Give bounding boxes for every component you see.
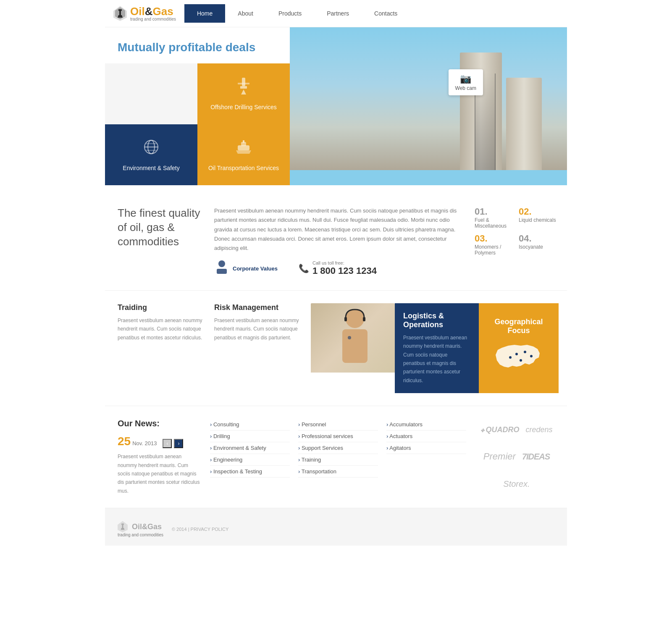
- news-link-drilling[interactable]: Drilling: [210, 430, 290, 442]
- news-link-actuators[interactable]: Actuators: [386, 430, 466, 442]
- news-link-agitators[interactable]: Agitators: [386, 442, 466, 454]
- service-card-offshore-label: Offshore Drilling Services: [210, 103, 277, 112]
- news-link-accumulators[interactable]: Accumulators: [386, 419, 466, 430]
- svg-point-28: [509, 356, 512, 359]
- svg-point-25: [515, 353, 518, 355]
- logo: Oil&Gas trading and commodities: [113, 6, 176, 21]
- globe-icon: [142, 138, 160, 160]
- footer-logo: Oil&Gas trading and commodities: [118, 521, 163, 537]
- svg-marker-16: [236, 150, 251, 154]
- drill-icon: [234, 77, 253, 99]
- news-link-inspection[interactable]: Inspection & Testing: [210, 466, 290, 478]
- brand-premier: Premier: [483, 451, 516, 462]
- num-01-label: Fuel & Miscellaneous: [475, 217, 514, 229]
- news-month: Nov. 2013: [132, 440, 157, 446]
- footer-logo-text: Oil&Gas: [132, 522, 162, 531]
- num-01: 01.: [475, 206, 514, 217]
- quality-description: Praesent vestibulum aenean noummy hendre…: [214, 206, 462, 252]
- svg-rect-2: [118, 9, 122, 11]
- logo-text-area: Oil&Gas trading and commodities: [130, 6, 176, 21]
- news-link-consulting[interactable]: Consulting: [210, 419, 290, 430]
- news-title: Our News:: [118, 419, 202, 428]
- service-card-transport-label: Oil Transportation Services: [208, 164, 279, 173]
- svg-rect-6: [240, 86, 247, 89]
- footer-logo-icon: [118, 521, 128, 533]
- num-03: 03.: [475, 233, 514, 244]
- num-03-label: Monomers / Polymers: [475, 244, 514, 256]
- trading-text: Praesent vestibulum aenean noummy hendre…: [118, 316, 206, 342]
- service-person-image: [311, 303, 395, 393]
- quality-num-3: 03. Monomers / Polymers: [475, 233, 514, 256]
- svg-point-29: [520, 359, 522, 362]
- svg-point-26: [524, 351, 526, 353]
- svg-rect-3: [119, 11, 121, 15]
- news-link-support[interactable]: Support Services: [298, 442, 378, 454]
- news-link-engineering[interactable]: Engineering: [210, 454, 290, 466]
- quality-num-1: 01. Fuel & Miscellaneous: [475, 206, 514, 229]
- news-text: Praesent vestibulum aenean noummy hendre…: [118, 452, 202, 495]
- svg-rect-23: [344, 317, 347, 321]
- logistics-col: Logistics & Operations Praesent vestibul…: [395, 303, 479, 393]
- svg-point-22: [348, 336, 351, 339]
- num-02-label: Liquid chemicals: [519, 217, 559, 223]
- news-col-1: Consulting Drilling Environment & Safety…: [210, 419, 290, 495]
- phone-number: 1 800 123 1234: [312, 265, 377, 276]
- news-prev-button[interactable]: ‹: [163, 439, 172, 448]
- news-left: Our News: 25 Nov. 2013 ‹ › Praesent vest…: [118, 419, 202, 495]
- brand-row-1: ✤ QUADRO credens: [480, 425, 552, 434]
- brand-7ideas: 7IDEAS: [522, 452, 550, 462]
- logistics-title: Logistics & Operations: [403, 312, 470, 329]
- news-day: 25: [118, 435, 131, 448]
- brand-quadro: ✤ QUADRO: [480, 425, 519, 434]
- logo-subtitle: trading and commodities: [130, 17, 176, 21]
- news-arrows: ‹ ›: [163, 439, 183, 448]
- corporate-icon: [214, 260, 229, 278]
- corporate-values-label: Corporate Values: [233, 265, 278, 272]
- svg-rect-8: [238, 83, 249, 84]
- service-card-offshore[interactable]: Offshore Drilling Services: [197, 63, 290, 124]
- brand-credens: credens: [526, 425, 553, 434]
- risk-title: Risk Management: [214, 303, 302, 312]
- num-02: 02.: [519, 206, 559, 217]
- main-nav: Home About Products Partners Contacts: [184, 4, 410, 23]
- geo-title: Geographical Focus: [487, 318, 550, 335]
- corporate-values[interactable]: Corporate Values: [214, 260, 278, 278]
- phone-section: 📞 Call us toll free: 1 800 123 1234: [299, 260, 377, 276]
- svg-rect-24: [363, 317, 365, 321]
- hero-left: Mutually profitable deals Offshore Drill…: [105, 27, 290, 185]
- service-card-transport[interactable]: Oil Transportation Services: [197, 124, 290, 185]
- svg-point-20: [346, 310, 364, 328]
- svg-marker-4: [118, 15, 123, 18]
- brand-row-3: Storex.: [503, 479, 530, 489]
- brand-row-2: Premier 7IDEAS: [483, 451, 550, 462]
- svg-rect-31: [121, 524, 124, 525]
- svg-point-27: [530, 355, 533, 357]
- news-col-2: Personnel Professional services Support …: [298, 419, 378, 495]
- quality-title: The finest quality of oil, gas & commodi…: [118, 206, 202, 249]
- news-link-transportation[interactable]: Transportation: [298, 466, 378, 478]
- nav-products[interactable]: Products: [266, 4, 314, 23]
- footer-logo-subtitle: trading and commodities: [118, 533, 163, 537]
- svg-rect-21: [342, 329, 368, 363]
- news-link-professional[interactable]: Professional services: [298, 430, 378, 442]
- header: Oil&Gas trading and commodities Home Abo…: [105, 0, 567, 27]
- quality-title-area: The finest quality of oil, gas & commodi…: [118, 206, 202, 277]
- news-link-training[interactable]: Training: [298, 454, 378, 466]
- logo-title: Oil&Gas: [130, 6, 176, 17]
- svg-rect-17: [243, 140, 244, 143]
- brand-storex: Storex.: [503, 479, 530, 489]
- webcam-label: Web cam: [455, 85, 476, 91]
- nav-contacts[interactable]: Contacts: [362, 4, 410, 23]
- webcam-badge[interactable]: 📷 Web cam: [449, 69, 483, 95]
- nav-about[interactable]: About: [225, 4, 266, 23]
- service-card-environment[interactable]: Environment & Safety: [105, 124, 197, 185]
- nav-partners[interactable]: Partners: [314, 4, 362, 23]
- footer-copyright: © 2014 | PRIVACY POLICY: [172, 527, 228, 532]
- news-link-personnel[interactable]: Personnel: [298, 419, 378, 430]
- svg-rect-19: [217, 269, 227, 274]
- nav-home[interactable]: Home: [184, 4, 225, 23]
- footer: Oil&Gas trading and commodities © 2014 |…: [105, 508, 567, 546]
- camera-icon: 📷: [455, 74, 476, 84]
- news-next-button[interactable]: ›: [174, 439, 183, 448]
- news-link-environment[interactable]: Environment & Safety: [210, 442, 290, 454]
